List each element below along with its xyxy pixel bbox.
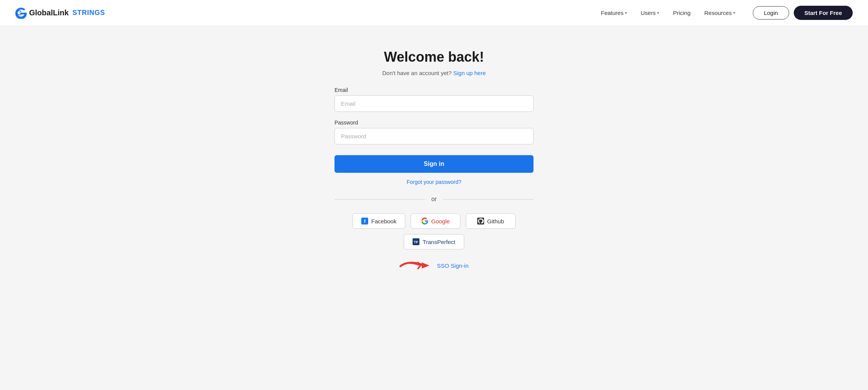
divider-line-right [443, 199, 534, 200]
nav-users[interactable]: Users ▾ [635, 7, 664, 19]
google-icon [421, 218, 428, 224]
brand-name: GlobalLink [29, 8, 69, 17]
email-group: Email [334, 87, 534, 112]
sso-row: SSO Sign-in [334, 259, 534, 272]
chevron-down-icon: ▾ [733, 11, 735, 15]
divider-line-left [334, 199, 425, 200]
nav-links: Features ▾ Users ▾ Pricing Resources ▾ [596, 7, 741, 19]
sso-arrow [400, 259, 434, 272]
or-text: or [431, 196, 437, 203]
nav-features[interactable]: Features ▾ [596, 7, 632, 19]
start-for-free-button[interactable]: Start For Free [794, 6, 853, 20]
or-divider: or [334, 196, 534, 203]
chevron-down-icon: ▾ [657, 11, 659, 15]
navbar: G GlobalLink STRINGS Features ▾ Users ▾ … [0, 0, 868, 26]
email-label: Email [334, 87, 534, 93]
password-label: Password [334, 120, 534, 126]
password-group: Password [334, 120, 534, 144]
transperfect-button[interactable]: TP TransPerfect [404, 234, 464, 249]
product-name: STRINGS [72, 9, 105, 17]
nav-resources[interactable]: Resources ▾ [699, 7, 741, 19]
svg-text:TP: TP [414, 240, 418, 244]
github-button[interactable]: Github [466, 213, 516, 229]
forgot-password-link[interactable]: Forgot your password? [334, 179, 534, 185]
transperfect-icon: TP [413, 238, 419, 245]
transperfect-label: TransPerfect [423, 239, 455, 245]
google-button[interactable]: Google [411, 213, 460, 229]
nav-actions: Login Start For Free [753, 6, 853, 20]
main-content: Welcome back! Don't have an account yet?… [0, 26, 868, 303]
globallink-g-icon: G [15, 7, 27, 19]
logo-link[interactable]: G GlobalLink STRINGS [15, 7, 105, 19]
github-label: Github [487, 218, 504, 224]
password-input[interactable] [334, 128, 534, 144]
red-arrow-icon [400, 259, 434, 272]
page-title: Welcome back! [384, 49, 484, 65]
facebook-label: Facebook [371, 218, 396, 224]
facebook-icon: f [361, 218, 368, 224]
signin-button[interactable]: Sign in [334, 155, 534, 173]
google-label: Google [431, 218, 450, 224]
github-icon [477, 218, 484, 224]
sso-signin-link[interactable]: SSO Sign-in [437, 262, 469, 269]
svg-text:G: G [16, 8, 22, 16]
login-form: Email Password Sign in Forgot your passw… [334, 87, 534, 272]
signup-link[interactable]: Sign up here [453, 70, 486, 76]
subtitle: Don't have an account yet? Sign up here [382, 70, 486, 76]
chevron-down-icon: ▾ [625, 11, 627, 15]
email-input[interactable] [334, 95, 534, 112]
nav-pricing[interactable]: Pricing [667, 7, 696, 19]
svg-marker-4 [422, 262, 429, 269]
facebook-button[interactable]: f Facebook [352, 213, 405, 229]
login-button[interactable]: Login [753, 6, 789, 20]
social-buttons: f Facebook Google [334, 213, 534, 249]
